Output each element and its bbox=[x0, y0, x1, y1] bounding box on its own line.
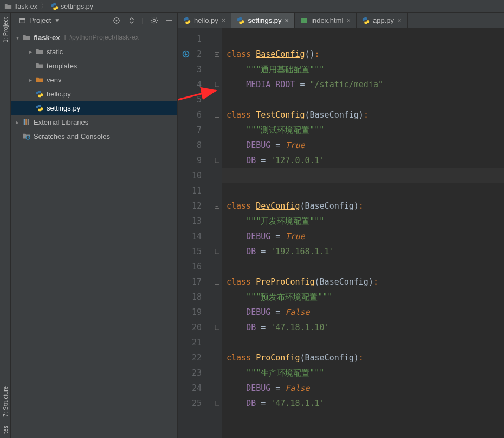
scratches-icon bbox=[23, 132, 30, 140]
tab-label: hello.py bbox=[194, 16, 218, 24]
tree-root-label: flask-ex bbox=[34, 34, 60, 42]
tree-item-label: templates bbox=[47, 62, 77, 70]
chevron-down-icon: ▼ bbox=[54, 17, 60, 23]
tree-root[interactable]: ▾ flask-ex F:\pythonProject\flask-ex bbox=[11, 30, 177, 44]
fold-toggle[interactable]: − bbox=[211, 198, 222, 214]
tree-item-label: settings.py bbox=[47, 104, 80, 112]
project-tool-tab[interactable]: 1: Project bbox=[1, 13, 10, 47]
tree-item-label: venv bbox=[47, 76, 61, 84]
html-file-icon: H bbox=[300, 17, 308, 24]
svg-rect-22 bbox=[28, 136, 28, 138]
folder-excluded-icon bbox=[36, 76, 43, 83]
tab-index[interactable]: H index.html × bbox=[295, 13, 357, 28]
project-icon bbox=[18, 17, 26, 24]
python-file-icon bbox=[36, 90, 43, 98]
tab-hello[interactable]: hello.py × bbox=[178, 13, 231, 28]
editor-area: hello.py × settings.py × H index.html × … bbox=[178, 13, 504, 438]
tab-settings[interactable]: settings.py × bbox=[231, 13, 295, 28]
chevron-right-icon[interactable]: ▸ bbox=[27, 77, 34, 83]
breadcrumb-root[interactable]: flask-ex bbox=[3, 3, 38, 10]
tree-item-label: static bbox=[47, 48, 63, 56]
breadcrumb-file-label: settings.py bbox=[61, 3, 93, 10]
tab-app[interactable]: app.py × bbox=[357, 13, 408, 28]
fold-toggle[interactable]: − bbox=[211, 107, 222, 123]
override-gutter-icon[interactable] bbox=[181, 47, 191, 62]
tree-item-label: External Libraries bbox=[34, 118, 88, 126]
tree-folder-venv[interactable]: ▸ venv bbox=[11, 73, 177, 87]
python-file-icon bbox=[362, 17, 370, 24]
svg-line-14 bbox=[156, 22, 156, 23]
folder-icon bbox=[36, 62, 43, 69]
line-number-gutter[interactable]: 1234567891011121314151617181920212223242… bbox=[178, 28, 211, 438]
tab-label: app.py bbox=[373, 16, 394, 24]
tree-folder-templates[interactable]: templates bbox=[11, 59, 177, 73]
svg-point-3 bbox=[115, 20, 117, 21]
fold-gutter[interactable]: −−−−− bbox=[211, 28, 222, 438]
breadcrumb-root-label: flask-ex bbox=[14, 3, 37, 10]
close-icon[interactable]: × bbox=[285, 16, 289, 24]
close-icon[interactable]: × bbox=[346, 16, 351, 24]
tree-item-label: Scratches and Consoles bbox=[34, 132, 110, 140]
python-file-icon bbox=[237, 17, 244, 24]
chevron-right-icon[interactable]: ▸ bbox=[14, 119, 21, 125]
svg-line-16 bbox=[156, 18, 156, 18]
locate-icon[interactable] bbox=[112, 16, 121, 25]
python-file-icon bbox=[51, 3, 59, 10]
tab-label: settings.py bbox=[248, 16, 281, 24]
tree-root-path: F:\pythonProject\flask-ex bbox=[64, 34, 139, 41]
fold-toggle[interactable]: − bbox=[211, 274, 222, 289]
fold-toggle[interactable]: − bbox=[211, 350, 222, 365]
svg-rect-17 bbox=[166, 20, 172, 21]
separator: | bbox=[142, 16, 144, 24]
tree-folder-static[interactable]: ▸ static bbox=[11, 44, 177, 59]
svg-rect-18 bbox=[24, 119, 25, 125]
svg-rect-19 bbox=[25, 119, 27, 125]
breadcrumb-separator: 〉 bbox=[41, 2, 48, 11]
tree-file-settings[interactable]: settings.py bbox=[11, 101, 177, 115]
project-panel: Project ▼ | bbox=[11, 13, 178, 438]
hide-panel-icon[interactable] bbox=[164, 16, 174, 25]
close-icon[interactable]: × bbox=[222, 16, 226, 24]
editor-tabs: hello.py × settings.py × H index.html × … bbox=[178, 13, 504, 28]
project-panel-title: Project bbox=[29, 16, 51, 24]
tab-label: index.html bbox=[311, 16, 343, 24]
chevron-down-icon[interactable]: ▾ bbox=[14, 35, 21, 41]
svg-rect-23 bbox=[28, 138, 29, 138]
tree-external-libs[interactable]: ▸ External Libraries bbox=[11, 115, 177, 129]
library-icon bbox=[23, 118, 30, 126]
python-file-icon bbox=[36, 104, 43, 112]
svg-point-8 bbox=[153, 19, 155, 21]
project-panel-header: Project ▼ | bbox=[11, 13, 177, 28]
svg-text:H: H bbox=[302, 18, 304, 22]
breadcrumb-file[interactable]: settings.py bbox=[50, 3, 94, 10]
folder-icon bbox=[23, 34, 30, 41]
favorites-tool-tab[interactable]: tes bbox=[1, 421, 10, 438]
svg-rect-20 bbox=[28, 119, 29, 125]
gear-icon[interactable] bbox=[149, 16, 159, 25]
tree-file-hello[interactable]: hello.py bbox=[11, 87, 177, 101]
fold-toggle[interactable]: − bbox=[211, 47, 222, 62]
tree-scratches[interactable]: Scratches and Consoles bbox=[11, 129, 177, 143]
project-view-selector[interactable]: Project ▼ bbox=[16, 15, 62, 25]
code-editor[interactable]: 1234567891011121314151617181920212223242… bbox=[178, 28, 504, 438]
svg-line-13 bbox=[151, 18, 152, 18]
tree-item-label: hello.py bbox=[47, 90, 71, 98]
project-tree[interactable]: ▾ flask-ex F:\pythonProject\flask-ex ▸ s… bbox=[11, 28, 177, 438]
close-icon[interactable]: × bbox=[397, 16, 402, 24]
left-tool-strip: 1: Project 7: Structure tes bbox=[0, 13, 11, 438]
folder-icon bbox=[4, 3, 12, 10]
expand-all-icon[interactable] bbox=[127, 16, 137, 25]
svg-line-15 bbox=[151, 22, 152, 23]
chevron-right-icon[interactable]: ▸ bbox=[27, 49, 34, 55]
svg-rect-1 bbox=[20, 18, 25, 20]
structure-tool-tab[interactable]: 7: Structure bbox=[1, 382, 10, 421]
breadcrumb: flask-ex 〉 settings.py bbox=[0, 0, 504, 13]
folder-icon bbox=[36, 48, 43, 55]
code-content[interactable]: class BaseConfig(): """通用基础配置""" MEDIA_R… bbox=[222, 28, 504, 438]
python-file-icon bbox=[183, 17, 191, 24]
